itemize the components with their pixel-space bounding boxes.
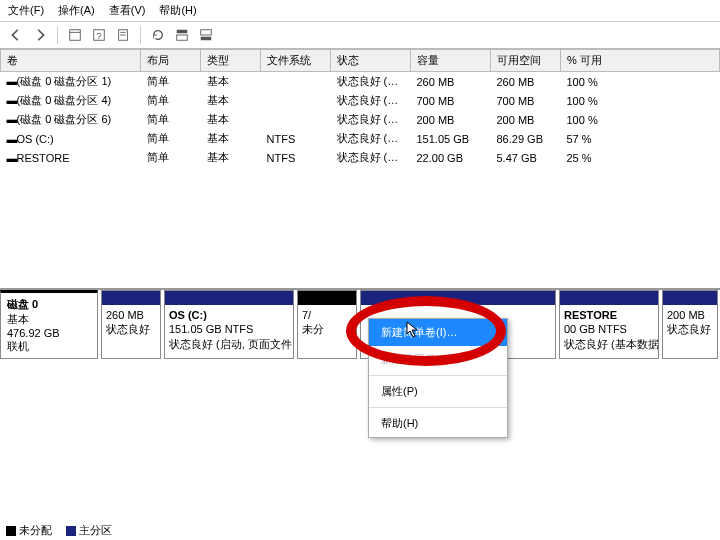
disk-size: 476.92 GB [7, 327, 91, 339]
svg-text:?: ? [96, 30, 101, 41]
disk-graphic-panel: 磁盘 0 基本 476.92 GB 联机 260 MB状态良好OS (C:)15… [0, 289, 720, 359]
ctx-help[interactable]: 帮助(H) [369, 410, 507, 437]
menu-help[interactable]: 帮助(H) [159, 3, 196, 18]
separator [140, 26, 141, 44]
ctx-new-striped-volume: 新建带区卷(T)… [369, 346, 507, 373]
list-bottom-icon[interactable] [196, 25, 216, 45]
col-layout[interactable]: 布局 [141, 50, 201, 72]
legend-primary: 主分区 [66, 523, 112, 538]
partition-block[interactable]: 7/未分 [297, 290, 357, 359]
swatch-black-icon [6, 526, 16, 536]
ctx-properties[interactable]: 属性(P) [369, 378, 507, 405]
table-row[interactable]: ▬(磁盘 0 磁盘分区 6)简单基本状态良好 (…200 MB200 MB100… [1, 110, 720, 129]
disk-status: 联机 [7, 339, 91, 354]
disk-row: 磁盘 0 基本 476.92 GB 联机 260 MB状态良好OS (C:)15… [0, 290, 720, 359]
properties-icon[interactable] [113, 25, 133, 45]
col-capacity[interactable]: 容量 [411, 50, 491, 72]
table-row[interactable]: ▬RESTORE简单基本NTFS状态良好 (…22.00 GB5.47 GB25… [1, 148, 720, 167]
ctx-new-simple-volume[interactable]: 新建简单卷(I)… [369, 319, 507, 346]
legend-unallocated: 未分配 [6, 523, 52, 538]
partition-block[interactable]: RESTORE00 GB NTFS状态良好 (基本数据 [559, 290, 659, 359]
menu-bar: 文件(F) 操作(A) 查看(V) 帮助(H) [0, 0, 720, 22]
col-pct[interactable]: % 可用 [561, 50, 720, 72]
col-status[interactable]: 状态 [331, 50, 411, 72]
partition-block[interactable]: OS (C:)151.05 GB NTFS状态良好 (启动, 页面文件 [164, 290, 294, 359]
svg-rect-8 [177, 35, 188, 40]
help-icon[interactable]: ? [89, 25, 109, 45]
col-free[interactable]: 可用空间 [491, 50, 561, 72]
svg-rect-7 [177, 30, 188, 34]
separator [57, 26, 58, 44]
col-volume[interactable]: 卷 [1, 50, 141, 72]
col-fs[interactable]: 文件系统 [261, 50, 331, 72]
partition-block[interactable]: 260 MB状态良好 [101, 290, 161, 359]
ctx-separator [369, 407, 507, 408]
menu-view[interactable]: 查看(V) [109, 3, 146, 18]
toolbar: ? [0, 22, 720, 49]
disk-type: 基本 [7, 312, 91, 327]
table-row[interactable]: ▬(磁盘 0 磁盘分区 4)简单基本状态良好 (…700 MB700 MB100… [1, 91, 720, 110]
list-top-icon[interactable] [172, 25, 192, 45]
refresh-icon[interactable] [148, 25, 168, 45]
table-header-row: 卷 布局 类型 文件系统 状态 容量 可用空间 % 可用 [1, 50, 720, 72]
svg-rect-9 [201, 30, 212, 35]
disk-info[interactable]: 磁盘 0 基本 476.92 GB 联机 [0, 290, 98, 359]
col-type[interactable]: 类型 [201, 50, 261, 72]
back-icon[interactable] [6, 25, 26, 45]
table-row[interactable]: ▬(磁盘 0 磁盘分区 1)简单基本状态良好 (…260 MB260 MB100… [1, 72, 720, 92]
ctx-separator [369, 375, 507, 376]
forward-icon[interactable] [30, 25, 50, 45]
partition-block[interactable]: 200 MB状态良好 [662, 290, 718, 359]
menu-action[interactable]: 操作(A) [58, 3, 95, 18]
view-icon[interactable] [65, 25, 85, 45]
svg-rect-0 [70, 30, 81, 41]
table-row[interactable]: ▬OS (C:)简单基本NTFS状态良好 (…151.05 GB86.29 GB… [1, 129, 720, 148]
volume-table: 卷 布局 类型 文件系统 状态 容量 可用空间 % 可用 ▬(磁盘 0 磁盘分区… [0, 49, 720, 167]
swatch-blue-icon [66, 526, 76, 536]
menu-file[interactable]: 文件(F) [8, 3, 44, 18]
legend: 未分配 主分区 [6, 523, 112, 538]
context-menu: 新建简单卷(I)… 新建带区卷(T)… 属性(P) 帮助(H) [368, 318, 508, 438]
volume-list[interactable]: 卷 布局 类型 文件系统 状态 容量 可用空间 % 可用 ▬(磁盘 0 磁盘分区… [0, 49, 720, 289]
svg-rect-10 [201, 37, 212, 41]
disk-label: 磁盘 0 [7, 297, 91, 312]
